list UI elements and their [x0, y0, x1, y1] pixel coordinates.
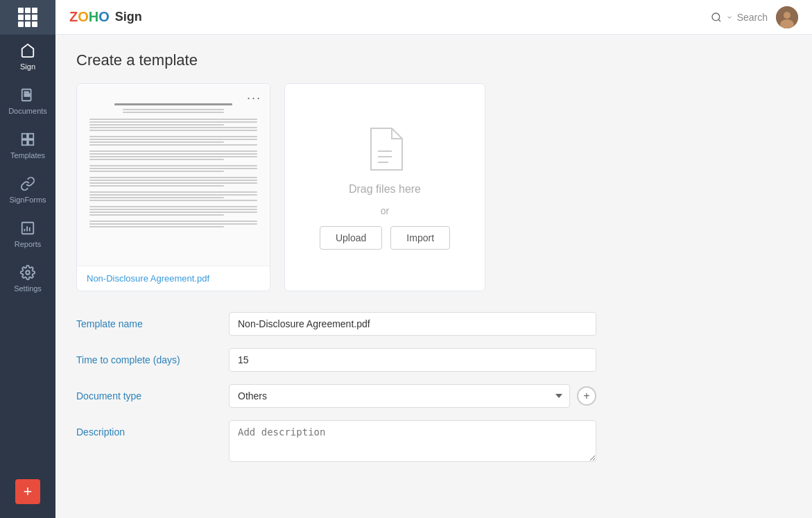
- sidebar-item-templates-label: Templates: [10, 151, 45, 159]
- description-label: Description: [76, 420, 229, 438]
- sidebar: Sign Documents Templates SignForms Repor…: [0, 0, 55, 518]
- grid-icon: [18, 8, 37, 27]
- svg-rect-5: [28, 134, 33, 139]
- form-section: Template name Time to complete (days) Do…: [76, 312, 596, 462]
- sidebar-item-settings[interactable]: Settings: [0, 257, 55, 301]
- description-input[interactable]: [229, 420, 596, 462]
- svg-rect-1: [24, 92, 28, 92]
- content-area: Create a template ···: [55, 35, 812, 518]
- page-title: Create a template: [76, 51, 791, 69]
- file-preview: [77, 84, 270, 266]
- header-right: Search: [711, 6, 798, 28]
- user-avatar-image: [776, 6, 798, 28]
- zoho-logo: ZOHO: [69, 9, 110, 25]
- doc-type-label: Document type: [76, 384, 229, 402]
- sidebar-item-templates[interactable]: Templates: [0, 123, 55, 168]
- import-button[interactable]: Import: [390, 226, 450, 250]
- or-text: or: [381, 205, 389, 216]
- time-complete-label: Time to complete (days): [76, 348, 229, 365]
- svg-rect-7: [28, 140, 33, 145]
- sidebar-item-reports-label: Reports: [15, 240, 42, 248]
- svg-point-9: [26, 270, 30, 275]
- logo: ZOHO Sign: [69, 9, 142, 25]
- sidebar-item-documents-label: Documents: [8, 107, 47, 115]
- settings-icon: [20, 265, 35, 280]
- svg-rect-2: [24, 94, 29, 94]
- chevron-down-icon: [726, 14, 733, 21]
- main-area: ZOHO Sign Search: [55, 0, 812, 518]
- file-card[interactable]: ···: [76, 83, 270, 291]
- svg-rect-6: [22, 140, 27, 145]
- upload-section: ···: [76, 83, 791, 291]
- sidebar-item-sign[interactable]: Sign: [0, 35, 55, 79]
- svg-rect-4: [22, 134, 27, 139]
- add-button[interactable]: +: [15, 479, 40, 504]
- sidebar-item-settings-label: Settings: [14, 284, 42, 293]
- documents-icon: [20, 87, 35, 103]
- avatar[interactable]: [776, 6, 798, 28]
- drag-text: Drag files here: [349, 183, 421, 196]
- template-name-input[interactable]: [229, 312, 596, 336]
- file-name: Non-Disclosure Agreement.pdf: [77, 266, 270, 291]
- dropzone[interactable]: Drag files here or Upload Import: [284, 83, 485, 291]
- search-label: Search: [737, 12, 768, 23]
- sidebar-item-signforms-label: SignForms: [9, 196, 46, 204]
- preview-content: [84, 98, 263, 233]
- description-row: Description: [76, 420, 596, 462]
- apps-grid-button[interactable]: [0, 0, 55, 35]
- signforms-icon: [20, 176, 35, 191]
- time-complete-row: Time to complete (days): [76, 348, 596, 372]
- header: ZOHO Sign Search: [55, 0, 812, 35]
- svg-rect-3: [24, 96, 29, 96]
- search-icon: [711, 12, 722, 23]
- template-name-row: Template name: [76, 312, 596, 336]
- sign-icon: [20, 43, 35, 58]
- sign-logo-text: Sign: [115, 10, 142, 24]
- svg-point-12: [784, 12, 791, 19]
- sidebar-item-sign-label: Sign: [20, 62, 35, 71]
- add-doc-type-button[interactable]: +: [577, 386, 596, 406]
- search-area[interactable]: Search: [711, 12, 768, 23]
- upload-button[interactable]: Upload: [320, 226, 382, 250]
- sidebar-item-signforms[interactable]: SignForms: [0, 168, 55, 212]
- templates-icon: [20, 132, 35, 147]
- template-name-label: Template name: [76, 312, 229, 329]
- reports-icon: [20, 221, 35, 236]
- file-card-menu[interactable]: ···: [247, 91, 261, 105]
- doc-type-wrapper: Others Agreement Contract Invoice NDA +: [229, 384, 596, 408]
- doc-type-select[interactable]: Others Agreement Contract Invoice NDA: [229, 384, 570, 408]
- svg-point-10: [712, 13, 720, 21]
- dropzone-buttons: Upload Import: [320, 226, 450, 250]
- file-upload-icon: [364, 125, 406, 173]
- sidebar-item-documents[interactable]: Documents: [0, 79, 55, 123]
- time-complete-input[interactable]: [229, 348, 596, 372]
- doc-type-row: Document type Others Agreement Contract …: [76, 384, 596, 408]
- sidebar-item-reports[interactable]: Reports: [0, 212, 55, 257]
